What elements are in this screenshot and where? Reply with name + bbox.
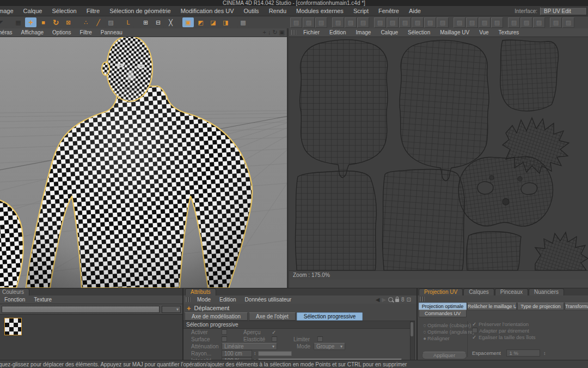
section-header[interactable]: Sélection progressive: [183, 321, 415, 329]
tab-pinceaux[interactable]: Pinceaux: [495, 288, 528, 295]
texture-thumbnail-checker[interactable]: [4, 318, 22, 335]
menu-item-image[interactable]: Image: [0, 8, 19, 14]
tab-calques[interactable]: Calques: [463, 288, 494, 295]
menubar-grip-icon[interactable]: [186, 297, 191, 302]
radio-realigner[interactable]: ●Réaligner: [422, 335, 450, 341]
menu-item-modification-des-uv[interactable]: Modification des UV: [176, 8, 239, 14]
rayon-slider[interactable]: [258, 351, 292, 356]
history-forward-icon[interactable]: ▶: [382, 297, 386, 303]
menu-item-script[interactable]: Script: [348, 8, 373, 14]
menu-item-cameras[interactable]: Caméras: [0, 29, 17, 35]
menu-item-options[interactable]: Options: [48, 29, 75, 35]
apply-button[interactable]: Appliquer: [422, 352, 467, 359]
move-tool-icon[interactable]: +: [25, 17, 36, 27]
bone-history-icon[interactable]: 8: [401, 297, 405, 303]
viewport-canvas[interactable]: [0, 37, 287, 288]
menu-item-image[interactable]: Image: [351, 29, 376, 35]
relacher-le-maillage-uv-button[interactable]: Relâcher le maillage UV: [467, 303, 517, 310]
history-back-icon[interactable]: ◀: [376, 297, 380, 303]
rayon-spinner[interactable]: ↕: [254, 351, 256, 356]
edges-mode-icon[interactable]: ◪: [207, 17, 219, 27]
paint-selection-icon[interactable]: ∴: [80, 17, 91, 27]
texture-mode-icon[interactable]: ▩: [237, 17, 249, 27]
menu-item-edition[interactable]: Edition: [215, 297, 241, 303]
check-egaliser-la-taille-des-ilots[interactable]: ✓Egaliser la taille des îlots: [472, 334, 536, 340]
polygons-mode-icon[interactable]: ◨: [220, 17, 231, 27]
surface-checkbox[interactable]: [222, 336, 227, 342]
menu-item-modules-externes[interactable]: Modules externes: [291, 8, 348, 14]
limiter-checkbox[interactable]: [317, 336, 323, 342]
uv-command-icon[interactable]: ▨: [315, 17, 327, 28]
brush-tool-icon[interactable]: ╱: [93, 17, 104, 27]
rectangle-selection-icon[interactable]: ▦: [13, 17, 24, 27]
pan-view-icon[interactable]: +: [262, 28, 266, 37]
lock-icon[interactable]: [395, 299, 399, 302]
uv-islands-canvas[interactable]: [289, 37, 588, 270]
commandes-uv-button[interactable]: Commandes UV: [419, 310, 467, 317]
axis-lock-icon[interactable]: ⊠: [63, 17, 74, 27]
uv-command-icon[interactable]: ▨: [520, 17, 532, 28]
rotate-tool-icon[interactable]: ↻: [50, 17, 62, 27]
menu-item-vue[interactable]: Vue: [474, 29, 493, 35]
menu-item-texture[interactable]: Texture: [29, 297, 56, 303]
panel-options-icon[interactable]: ⊡: [407, 297, 411, 303]
maximize-view-icon[interactable]: ▣: [279, 28, 285, 37]
scale-tool-icon[interactable]: ■: [38, 17, 49, 27]
grow-selection-icon[interactable]: ⊞: [140, 17, 151, 27]
menu-item-edition[interactable]: Edition: [324, 29, 351, 35]
uv-command-icon[interactable]: ▨: [374, 17, 386, 28]
viewport-3d[interactable]: CamérasAffichageOptionsFiltrePanneau +↓↻…: [0, 28, 287, 288]
texture-path-field[interactable]: [2, 306, 160, 313]
attributes-scrollbar[interactable]: [410, 321, 415, 360]
uv-command-icon[interactable]: ▨: [387, 17, 399, 28]
object-mode-icon[interactable]: ▣: [182, 17, 194, 27]
pointer-tool-icon[interactable]: ◤: [0, 17, 7, 27]
espacement-value-field[interactable]: 1 %: [506, 349, 540, 357]
tab-axe-de-modelisation[interactable]: Axe de modélisation: [185, 312, 248, 321]
shrink-selection-icon[interactable]: ⊟: [152, 17, 164, 27]
mode-dropdown[interactable]: ▾ Groupe: [314, 343, 345, 350]
tab-axe-de-l-objet[interactable]: Axe de l'objet: [249, 312, 296, 321]
menu-item-aide[interactable]: Aide: [404, 8, 426, 14]
menu-item-filtre[interactable]: Filtre: [76, 29, 96, 35]
menu-item-affichage[interactable]: Affichage: [17, 29, 48, 35]
points-mode-icon[interactable]: ◩: [195, 17, 206, 27]
activer-checkbox[interactable]: [222, 329, 227, 335]
uv-command-icon[interactable]: ▨: [491, 17, 503, 28]
menu-item-fenetre[interactable]: Fenêtre: [373, 8, 404, 14]
attenuation-dropdown[interactable]: ▾ Linéaire: [222, 343, 277, 350]
radio-optimale-angulaire[interactable]: ○Optimale (angulaire): [422, 329, 474, 335]
transformation-button[interactable]: Transformation: [565, 303, 588, 310]
uv-command-icon[interactable]: ▨: [479, 17, 491, 28]
menu-item-selection-de-geometrie[interactable]: Sélection de géométrie: [105, 8, 176, 14]
uv-editor-panel[interactable]: FichierEditionImageCalqueSélectionMailla…: [289, 28, 588, 288]
uv-command-icon[interactable]: ▨: [412, 17, 424, 28]
uv-command-icon[interactable]: ▨: [437, 17, 449, 28]
uv-command-icon[interactable]: ▨: [424, 17, 436, 28]
zoom-view-icon[interactable]: ↓: [268, 28, 271, 37]
uv-command-icon[interactable]: ▨: [533, 17, 545, 28]
tab-selection-progressive[interactable]: Sélection progressive: [297, 312, 363, 321]
menu-item-mode[interactable]: Mode: [193, 297, 215, 303]
check-preserver-l-orientation[interactable]: ✓Préserver l'orientation: [472, 321, 529, 327]
search-icon[interactable]: [388, 297, 393, 302]
menu-item-panneau[interactable]: Panneau: [96, 29, 127, 35]
projection-optimale-button[interactable]: Projection optimale: [419, 303, 467, 310]
rotate-view-icon[interactable]: ↻: [272, 28, 277, 37]
uv-command-icon[interactable]: ▨: [454, 17, 465, 28]
tab-projection-uv[interactable]: Projection UV: [419, 288, 463, 295]
uv-command-icon[interactable]: ▨: [290, 17, 302, 28]
menu-item-maillage-uv[interactable]: Maillage UV: [435, 29, 474, 35]
tab-attributs[interactable]: Attributs: [185, 288, 216, 295]
rayon-value-field[interactable]: 100 cm: [222, 350, 252, 357]
menu-item-calque[interactable]: Calque: [376, 29, 403, 35]
uv-command-icon[interactable]: ▨: [399, 17, 411, 28]
interface-dropdown[interactable]: BP UV Edit: [540, 7, 587, 15]
menubar-grip-icon[interactable]: [291, 30, 296, 35]
check-adapter-par-etirement[interactable]: Adapter par étirement: [472, 328, 529, 334]
uv-command-icon[interactable]: ▨: [508, 17, 520, 28]
type-de-projection-button[interactable]: Type de projection: [517, 303, 564, 310]
menu-item-fichier[interactable]: Fichier: [298, 29, 324, 35]
menu-item-filtre[interactable]: Filtre: [82, 8, 105, 14]
menu-item-rendu[interactable]: Rendu: [264, 8, 291, 14]
